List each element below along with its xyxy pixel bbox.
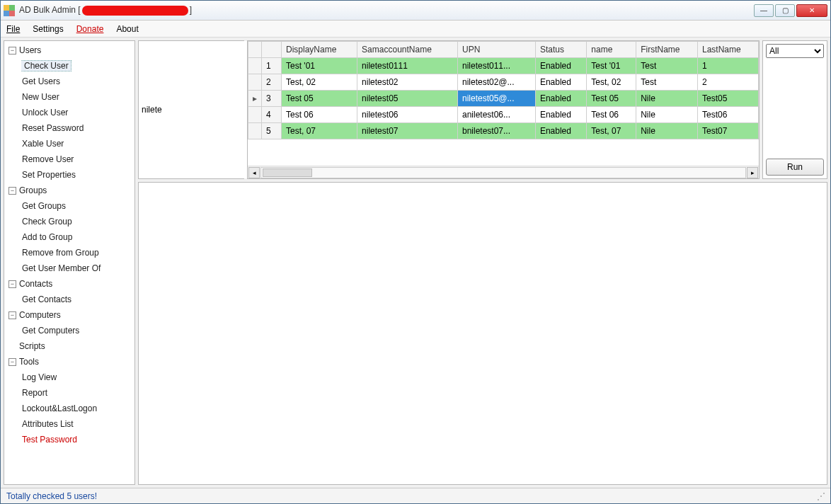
tree-item[interactable]: Log View xyxy=(6,370,133,385)
menu-about[interactable]: About xyxy=(116,24,138,34)
tree-item[interactable]: Get Users xyxy=(6,74,133,89)
cell[interactable]: Test, 02 xyxy=(282,74,357,91)
cell[interactable]: niletest05@... xyxy=(457,91,535,107)
filter-select[interactable]: All xyxy=(766,44,824,58)
table-row[interactable]: 4Test 06niletest06aniletest06...EnabledT… xyxy=(248,107,759,123)
scroll-thumb[interactable] xyxy=(263,168,312,177)
resize-grip-icon[interactable]: ⋰ xyxy=(817,491,825,501)
collapse-icon[interactable]: − xyxy=(8,280,16,288)
cell[interactable]: niletest05 xyxy=(357,91,458,107)
cell[interactable]: niletest06 xyxy=(357,107,458,123)
menubar: File Settings Donate About xyxy=(1,21,830,38)
search-input[interactable] xyxy=(139,41,251,178)
app-window: AD Bulk Admin [] — ▢ ✕ File Settings Don… xyxy=(0,0,831,504)
cell[interactable]: Test, 02 xyxy=(587,74,636,91)
column-header[interactable]: DisplayName xyxy=(282,42,357,58)
cell[interactable]: niletest02 xyxy=(357,74,458,91)
collapse-icon[interactable]: − xyxy=(8,187,16,195)
tree-node-contacts[interactable]: −Contacts xyxy=(6,276,133,292)
tree-node-groups[interactable]: −Groups xyxy=(6,183,133,198)
cell[interactable]: Enabled xyxy=(535,74,586,91)
tree-item[interactable]: Get User Member Of xyxy=(6,260,133,276)
table-row[interactable]: 5Test, 07niletest07bniletest07...Enabled… xyxy=(248,123,759,139)
cell[interactable]: Enabled xyxy=(535,107,586,123)
cell[interactable]: Test 05 xyxy=(282,91,357,107)
cell[interactable]: Test '01 xyxy=(282,58,357,74)
tree-item[interactable]: Lockout&LastLogon xyxy=(6,401,133,416)
tree-item[interactable]: Get Groups xyxy=(6,198,133,214)
scroll-left-icon[interactable]: ◂ xyxy=(248,167,260,178)
column-header[interactable]: UPN xyxy=(457,42,535,58)
minimize-button[interactable]: — xyxy=(754,4,774,17)
cell[interactable]: Test07 xyxy=(697,123,758,139)
redacted-title xyxy=(82,6,188,16)
tree-item[interactable]: Attributes List xyxy=(6,416,133,432)
tree-node-users[interactable]: −Users xyxy=(6,42,133,58)
tree-item[interactable]: Check Group xyxy=(6,214,133,229)
tree-item[interactable]: New User xyxy=(6,89,133,105)
tree-item[interactable]: Remove from Group xyxy=(6,245,133,260)
tree-item[interactable]: Set Properties xyxy=(6,167,133,183)
tree-node-computers[interactable]: −Computers xyxy=(6,307,133,323)
cell[interactable]: aniletest06... xyxy=(457,107,535,123)
tree-item[interactable]: Get Computers xyxy=(6,323,133,338)
cell[interactable]: niletest02@... xyxy=(457,74,535,91)
output-panel xyxy=(138,182,827,485)
cell[interactable]: Enabled xyxy=(535,58,586,74)
collapse-icon[interactable]: − xyxy=(8,311,16,319)
table-row[interactable]: ▸3Test 05niletest05niletest05@...Enabled… xyxy=(248,91,759,107)
grid-hscrollbar[interactable]: ◂ ▸ xyxy=(248,166,759,178)
column-header[interactable]: name xyxy=(587,42,636,58)
cell[interactable]: niletest0111 xyxy=(357,58,458,74)
tree-item[interactable]: Test Password xyxy=(6,432,133,447)
maximize-button[interactable]: ▢ xyxy=(775,4,795,17)
table-row[interactable]: 2Test, 02niletest02niletest02@...Enabled… xyxy=(248,74,759,91)
tree-item[interactable]: Check User xyxy=(6,58,133,74)
cell[interactable]: Nile xyxy=(636,107,698,123)
tree-item[interactable]: Add to Group xyxy=(6,229,133,245)
cell[interactable]: Enabled xyxy=(535,123,586,139)
collapse-icon[interactable]: − xyxy=(8,358,16,366)
column-header[interactable]: SamaccountName xyxy=(357,42,458,58)
tree-item[interactable]: Remove User xyxy=(6,151,133,167)
tree-item[interactable]: Xable User xyxy=(6,136,133,151)
cell[interactable]: Test 06 xyxy=(282,107,357,123)
cell[interactable]: Test xyxy=(636,74,698,91)
cell[interactable]: niletest07 xyxy=(357,123,458,139)
column-header[interactable]: LastName xyxy=(697,42,758,58)
tree-node-scripts[interactable]: Scripts xyxy=(6,338,133,354)
run-button[interactable]: Run xyxy=(766,159,824,176)
cell[interactable]: Test 06 xyxy=(587,107,636,123)
cell[interactable]: Test '01 xyxy=(587,58,636,74)
cell[interactable]: Test05 xyxy=(697,91,758,107)
close-button[interactable]: ✕ xyxy=(796,4,827,17)
cell[interactable]: Test xyxy=(636,58,698,74)
menu-file[interactable]: File xyxy=(6,24,20,34)
tree-node-tools[interactable]: −Tools xyxy=(6,354,133,370)
cell[interactable]: Test, 07 xyxy=(282,123,357,139)
cell[interactable]: Test 05 xyxy=(587,91,636,107)
statusbar: Totally checked 5 users! ⋰ xyxy=(1,488,830,503)
tree-item[interactable]: Get Contacts xyxy=(6,292,133,307)
column-header[interactable]: Status xyxy=(535,42,586,58)
tree-item[interactable]: Unlock User xyxy=(6,105,133,120)
collapse-icon[interactable]: − xyxy=(8,47,16,55)
scroll-right-icon[interactable]: ▸ xyxy=(747,167,758,178)
cell[interactable]: bniletest07... xyxy=(457,123,535,139)
cell[interactable]: 2 xyxy=(697,74,758,91)
cell[interactable]: Enabled xyxy=(535,91,586,107)
tree-item[interactable]: Reset Password xyxy=(6,120,133,136)
cell[interactable]: Nile xyxy=(636,123,698,139)
menu-settings[interactable]: Settings xyxy=(33,24,63,34)
cell[interactable]: 1 xyxy=(697,58,758,74)
column-header[interactable]: FirstName xyxy=(636,42,698,58)
data-grid[interactable]: DisplayNameSamaccountNameUPNStatusnameFi… xyxy=(248,41,759,139)
menu-donate[interactable]: Donate xyxy=(76,24,104,34)
tree-panel[interactable]: −UsersCheck UserGet UsersNew UserUnlock … xyxy=(4,40,135,485)
cell[interactable]: Test, 07 xyxy=(587,123,636,139)
table-row[interactable]: 1Test '01niletest0111niletest011...Enabl… xyxy=(248,58,759,74)
tree-item[interactable]: Report xyxy=(6,385,133,401)
cell[interactable]: niletest011... xyxy=(457,58,535,74)
cell[interactable]: Nile xyxy=(636,91,698,107)
cell[interactable]: Test06 xyxy=(697,107,758,123)
